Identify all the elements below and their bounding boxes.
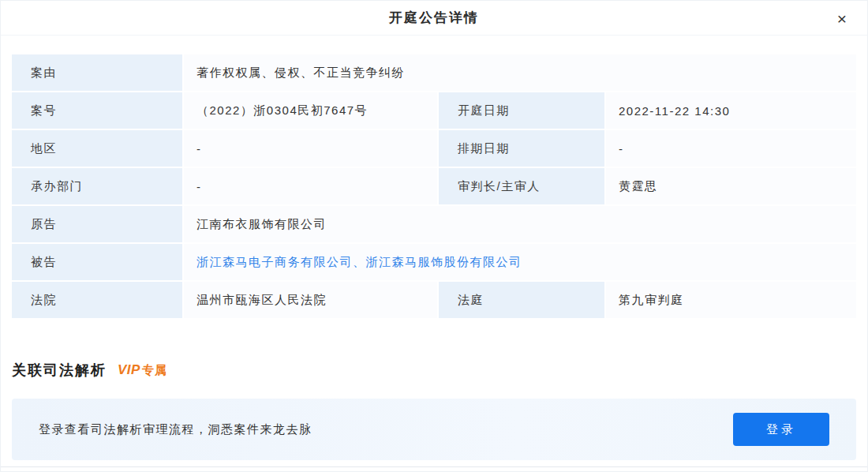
value-court: 温州市瓯海区人民法院 xyxy=(184,282,437,318)
label-department: 承办部门 xyxy=(12,168,182,204)
modal-title: 开庭公告详情 xyxy=(389,9,479,27)
table-row-defendant: 被告 浙江森马电子商务有限公司、浙江森马服饰股份有限公司 xyxy=(12,244,856,280)
value-defendant: 浙江森马电子商务有限公司、浙江森马服饰股份有限公司 xyxy=(184,244,856,280)
table-row-court: 法院 温州市瓯海区人民法院 法庭 第九审判庭 xyxy=(12,282,856,318)
vip-badge: VIP 专属 xyxy=(118,362,167,378)
hearing-announcement-modal: 开庭公告详情 × 案由 著作权权属、侵权、不正当竞争纠纷 案号 （2022）浙0… xyxy=(0,0,868,472)
label-defendant: 被告 xyxy=(12,244,182,280)
close-icon[interactable]: × xyxy=(837,9,847,26)
value-hearing-date: 2022-11-22 14:30 xyxy=(606,92,856,129)
modal-body: 案由 著作权权属、侵权、不正当竞争纠纷 案号 （2022）浙0304民初7647… xyxy=(1,54,867,460)
label-case-cause: 案由 xyxy=(12,54,182,91)
value-plaintiff: 江南布衣服饰有限公司 xyxy=(184,206,856,242)
label-region: 地区 xyxy=(12,130,182,167)
value-case-number: （2022）浙0304民初7647号 xyxy=(184,92,437,129)
vip-exclusive-label: 专属 xyxy=(142,363,167,378)
value-region: - xyxy=(184,130,437,167)
section-title: 关联司法解析 xyxy=(12,361,107,380)
table-row-region: 地区 - 排期日期 - xyxy=(12,130,856,167)
value-presiding-judge: 黄霆思 xyxy=(606,168,856,204)
label-courtroom: 法庭 xyxy=(439,282,604,318)
label-case-number: 案号 xyxy=(12,92,182,129)
defendant-separator: 、 xyxy=(353,255,366,270)
label-plaintiff: 原告 xyxy=(12,206,182,242)
modal-bottom-edge xyxy=(1,466,867,467)
label-presiding-judge: 审判长/主审人 xyxy=(439,168,604,204)
label-schedule-date: 排期日期 xyxy=(439,130,604,167)
login-button[interactable]: 登录 xyxy=(733,413,829,446)
value-department: - xyxy=(184,168,437,204)
case-detail-table: 案由 著作权权属、侵权、不正当竞争纠纷 案号 （2022）浙0304民初7647… xyxy=(12,54,856,318)
related-analysis-section: 关联司法解析 VIP 专属 xyxy=(12,361,856,380)
login-banner: 登录查看司法解析审理流程，洞悉案件来龙去脉 登录 xyxy=(12,399,856,460)
modal-header: 开庭公告详情 × xyxy=(1,1,867,36)
table-row-plaintiff: 原告 江南布衣服饰有限公司 xyxy=(12,206,856,242)
defendant-link-2[interactable]: 浙江森马服饰股份有限公司 xyxy=(366,255,522,270)
table-row-case-cause: 案由 著作权权属、侵权、不正当竞争纠纷 xyxy=(12,54,856,91)
login-banner-text: 登录查看司法解析审理流程，洞悉案件来龙去脉 xyxy=(39,422,312,437)
defendant-link-1[interactable]: 浙江森马电子商务有限公司 xyxy=(196,255,353,270)
value-courtroom: 第九审判庭 xyxy=(606,282,856,318)
value-case-cause: 著作权权属、侵权、不正当竞争纠纷 xyxy=(184,54,856,91)
table-row-department: 承办部门 - 审判长/主审人 黄霆思 xyxy=(12,168,856,204)
table-row-case-number: 案号 （2022）浙0304民初7647号 开庭日期 2022-11-22 14… xyxy=(12,92,856,129)
label-hearing-date: 开庭日期 xyxy=(439,92,604,129)
value-schedule-date: - xyxy=(606,130,856,167)
vip-label: VIP xyxy=(118,362,140,378)
label-court: 法院 xyxy=(12,282,182,318)
